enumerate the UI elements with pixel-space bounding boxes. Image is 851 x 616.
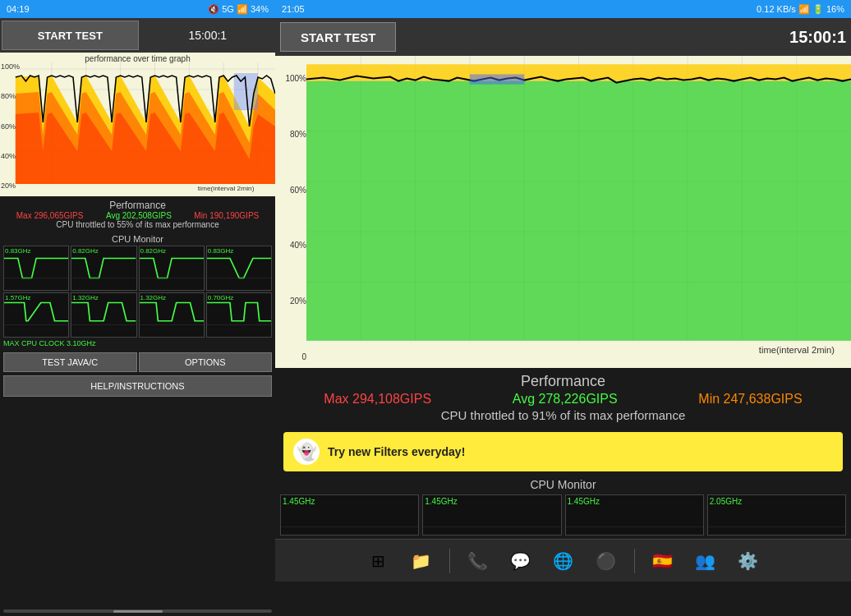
left-status-icons: 🔇 5G 📶 34% xyxy=(208,4,269,15)
left-options-btn[interactable]: OPTIONS xyxy=(139,352,273,372)
nav-chrome-icon[interactable]: 🌐 xyxy=(549,546,578,576)
left-y-labels: 100% 80% 60% 40% 20% xyxy=(0,62,20,190)
right-graph-container: performance over time graph 100% 80% 60%… xyxy=(275,56,851,368)
right-cpu-freq-0: 1.45GHz xyxy=(283,497,315,506)
right-perf-title: Performance xyxy=(283,373,843,390)
right-cpu-monitor: CPU Monitor 1.45GHz 1.45GHz 1.45GHz xyxy=(275,476,851,539)
right-time: 21:05 xyxy=(282,4,305,14)
nav-settings-icon[interactable]: ⚙️ xyxy=(734,546,763,576)
nav-camera-icon[interactable]: ⚫ xyxy=(591,546,621,576)
right-perf-stats: Max 294,108GIPS Avg 278,226GIPS Min 247,… xyxy=(283,392,843,407)
left-bottom-buttons: TEST JAVA/C OPTIONS xyxy=(3,352,272,372)
left-cpu-freq-7: 0.70GHz xyxy=(208,294,234,301)
left-performance-section: Performance Max 296,065GIPS Avg 202,508G… xyxy=(0,196,275,232)
snapchat-icon: 👻 xyxy=(293,439,320,465)
left-help-btn[interactable]: HELP/INSTRUCTIONS xyxy=(3,375,272,397)
right-perf-max: Max 294,108GIPS xyxy=(324,392,431,407)
left-cpu-cell-6: 1.32GHz xyxy=(139,292,205,338)
left-cpu-freq-6: 1.32GHz xyxy=(140,294,167,301)
left-cpu-grid: 0.83GHz 0.82GHz 0.82GHz xyxy=(3,246,272,338)
left-scroll-bar xyxy=(113,610,163,613)
right-top-bar: START TEST 15:00:1 xyxy=(275,18,851,56)
left-perf-min: Min 190,190GIPS xyxy=(194,211,259,220)
right-status-icons: 0.12 KB/s 📶 🔋 16% xyxy=(757,4,844,15)
nav-people-icon[interactable]: 👥 xyxy=(691,546,720,576)
right-cpu-grid: 1.45GHz 1.45GHz 1.45GHz xyxy=(280,494,846,536)
left-scroll-indicator xyxy=(3,609,272,613)
right-start-button[interactable]: START TEST xyxy=(280,22,396,52)
right-cpu-freq-2: 1.45GHz xyxy=(568,497,600,506)
left-cpu-monitor: CPU Monitor 0.83GHz 0.82GHz xyxy=(0,232,275,349)
left-perf-throttle: CPU throttled to 55% of its max performa… xyxy=(5,220,270,229)
nav-divider-2 xyxy=(634,549,635,573)
left-graph-title: performance over time graph xyxy=(0,54,275,63)
right-y-labels: 100% 80% 60% 40% 20% 0 xyxy=(275,74,306,361)
left-cpu-cell-0: 0.83GHz xyxy=(3,246,69,291)
left-start-button[interactable]: START TEST xyxy=(2,21,139,50)
left-graph-container: performance over time graph 100% 80% 60%… xyxy=(0,53,275,196)
left-max-cpu: MAX CPU CLOCK 3.10GHz xyxy=(3,339,272,347)
left-cpu-freq-3: 0.83GHz xyxy=(208,247,234,255)
right-cpu-freq-3: 2.05GHz xyxy=(710,497,742,506)
left-cpu-cell-4: 1.57GHz xyxy=(3,292,69,338)
right-timer: 15:00:1 xyxy=(396,28,846,47)
left-cpu-cell-1: 0.82GHz xyxy=(71,246,136,291)
left-cpu-freq-0: 0.83GHz xyxy=(5,247,31,255)
left-panel: 04:19 🔇 5G 📶 34% START TEST 15:00:1 perf… xyxy=(0,0,275,616)
left-perf-stats: Max 296,065GIPS Avg 202,508GIPS Min 190,… xyxy=(5,211,270,220)
left-cpu-title: CPU Monitor xyxy=(3,234,272,244)
right-cpu-cell-1: 1.45GHz xyxy=(422,494,561,536)
left-cpu-cell-2: 0.82GHz xyxy=(139,246,205,291)
right-perf-throttle: CPU throttled to 91% of its max performa… xyxy=(283,408,843,422)
right-performance-section: Performance Max 294,108GIPS Avg 278,226G… xyxy=(275,368,851,427)
right-perf-min: Min 247,638GIPS xyxy=(698,392,802,407)
right-cpu-cell-0: 1.45GHz xyxy=(280,494,419,536)
left-timer: 15:00:1 xyxy=(140,29,276,42)
left-perf-max: Max 296,065GIPS xyxy=(16,211,84,220)
left-time: 04:19 xyxy=(7,4,30,14)
nav-divider-1 xyxy=(449,549,450,573)
right-panel: 21:05 0.12 KB/s 📶 🔋 16% START TEST 15:00… xyxy=(275,0,851,616)
left-cpu-cell-3: 0.83GHz xyxy=(206,246,272,291)
left-cpu-cell-5: 1.32GHz xyxy=(71,292,136,338)
ad-banner[interactable]: 👻 Try new Filters everyday! xyxy=(283,432,843,471)
right-graph-svg: time(interval 2min) xyxy=(306,56,851,357)
left-cpu-cell-7: 0.70GHz xyxy=(206,292,272,338)
bottom-nav: ⊞ 📁 📞 💬 🌐 ⚫ 🇪🇸 👥 ⚙️ xyxy=(275,539,851,582)
svg-marker-51 xyxy=(306,81,851,341)
right-cpu-cell-2: 1.45GHz xyxy=(565,494,704,536)
nav-files-icon[interactable]: 📁 xyxy=(407,546,436,576)
left-perf-title: Performance xyxy=(5,200,270,211)
left-cpu-freq-5: 1.32GHz xyxy=(72,294,99,301)
left-top-bar: START TEST 15:00:1 xyxy=(0,18,275,53)
right-status-bar: 21:05 0.12 KB/s 📶 🔋 16% xyxy=(275,0,851,18)
left-cpu-freq-2: 0.82GHz xyxy=(140,247,167,255)
left-cpu-freq-4: 1.57GHz xyxy=(5,294,31,301)
right-perf-avg: Avg 278,226GIPS xyxy=(513,392,618,407)
right-cpu-title: CPU Monitor xyxy=(280,478,846,491)
nav-flag-icon[interactable]: 🇪🇸 xyxy=(648,546,678,576)
left-graph-svg: time(interval 2min) xyxy=(0,53,275,196)
nav-chat-icon[interactable]: 💬 xyxy=(506,546,536,576)
right-cpu-cell-3: 2.05GHz xyxy=(707,494,846,536)
left-perf-avg: Avg 202,508GIPS xyxy=(106,211,172,220)
nav-phone-icon[interactable]: 📞 xyxy=(463,546,493,576)
nav-grid-icon[interactable]: ⊞ xyxy=(364,546,393,576)
right-cpu-freq-1: 1.45GHz xyxy=(425,497,457,506)
svg-rect-53 xyxy=(470,74,524,84)
ad-text: Try new Filters everyday! xyxy=(328,445,465,458)
left-test-java-btn[interactable]: TEST JAVA/C xyxy=(3,352,137,372)
left-status-bar: 04:19 🔇 5G 📶 34% xyxy=(0,0,275,18)
svg-text:time(interval 2min): time(interval 2min) xyxy=(198,185,255,192)
svg-text:time(interval 2min): time(interval 2min) xyxy=(759,345,835,355)
left-cpu-freq-1: 0.82GHz xyxy=(72,247,99,255)
